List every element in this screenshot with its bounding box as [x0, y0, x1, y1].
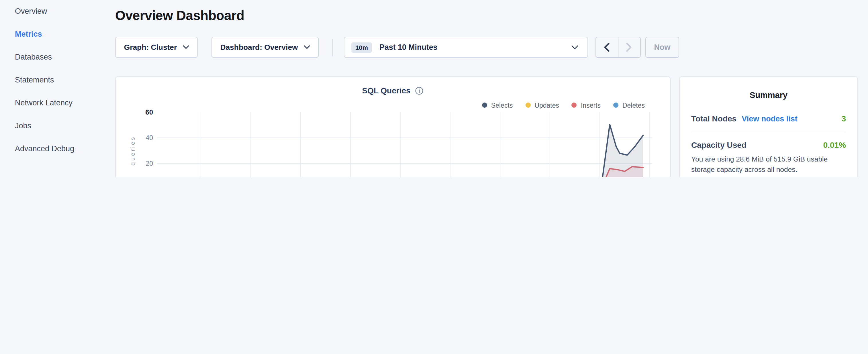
chevron-down-icon [571, 45, 578, 50]
summary-row-total-nodes: Total NodesView nodes list 3 [691, 105, 846, 132]
sidebar-item-network-latency[interactable]: Network Latency [15, 99, 112, 108]
svg-text:queries: queries [129, 135, 136, 165]
page-title: Overview Dashboard [115, 8, 244, 24]
svg-text:40: 40 [146, 134, 153, 141]
summary-row-label: Capacity Used [691, 140, 746, 149]
time-range-badge: 10m [351, 42, 372, 53]
chevron-down-icon [304, 45, 310, 49]
summary-row-capacity-used: Capacity Used 0.01% You are using 28.6 M… [691, 132, 846, 177]
toolbar: Graph: Cluster Dashboard: Overview 10m P… [115, 37, 671, 58]
sidebar-item-overview[interactable]: Overview [15, 7, 112, 16]
summary-row-value: 0.01% [823, 140, 846, 149]
summary-panel: Summary Total NodesView nodes list 3 Cap… [679, 76, 858, 177]
chevron-right-icon [626, 42, 632, 52]
graph-dropdown[interactable]: Graph: Cluster [115, 37, 198, 58]
sidebar-item-advanced-debug[interactable]: Advanced Debug [15, 144, 112, 154]
sidebar-item-jobs[interactable]: Jobs [15, 122, 112, 131]
now-button[interactable]: Now [645, 37, 679, 58]
time-forward-button[interactable] [618, 37, 640, 57]
summary-row-value: 3 [841, 114, 846, 123]
svg-text:60: 60 [145, 108, 153, 116]
summary-row-description: You are using 28.6 MiB of 515.9 GiB usab… [691, 154, 846, 175]
sql-queries-plot[interactable]: 16:3816:3916:4016:4116:4216:4316:4416:45… [116, 76, 670, 177]
chevron-left-icon [604, 42, 610, 52]
svg-text:20: 20 [146, 160, 153, 167]
sidebar: Overview Metrics Databases Statements Ne… [0, 0, 112, 177]
summary-row-label: Total Nodes [691, 114, 737, 123]
sql-queries-chart-card: SQL Queries SelectsUpdatesInsertsDeletes… [115, 76, 671, 177]
time-range-picker[interactable]: 10m Past 10 Minutes [344, 37, 588, 58]
summary-heading: Summary [691, 90, 846, 99]
dashboard-dropdown[interactable]: Dashboard: Overview [212, 37, 319, 58]
view-nodes-list-link[interactable]: View nodes list [742, 114, 798, 123]
graph-dropdown-label: Graph: Cluster [124, 43, 177, 52]
app: Overview Metrics Databases Statements Ne… [0, 0, 868, 177]
time-back-button[interactable] [596, 37, 618, 57]
time-step-buttons [595, 37, 641, 58]
main-content: Overview Dashboard Graph: Cluster Dashbo… [115, 0, 671, 177]
sidebar-item-metrics[interactable]: Metrics [15, 30, 112, 39]
chevron-down-icon [183, 45, 189, 49]
sidebar-item-databases[interactable]: Databases [15, 53, 112, 62]
dashboard-dropdown-label: Dashboard: Overview [220, 43, 298, 52]
time-range-label: Past 10 Minutes [379, 43, 571, 52]
toolbar-divider [333, 39, 333, 56]
sidebar-item-statements[interactable]: Statements [15, 75, 112, 85]
